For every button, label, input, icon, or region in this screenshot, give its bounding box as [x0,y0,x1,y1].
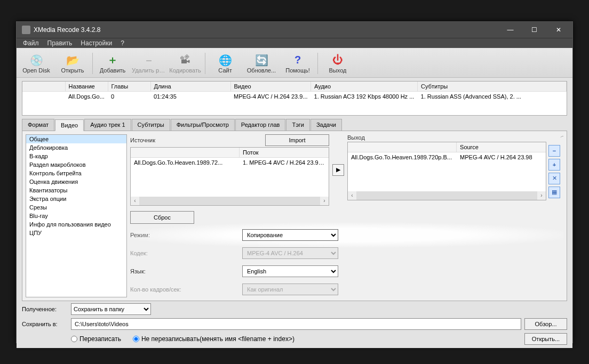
clear-button[interactable]: ✕ [548,173,560,184]
add-button[interactable]: ＋Добавить [95,51,130,76]
tab-format[interactable]: Формат [22,119,54,131]
menu-edit[interactable]: Править [43,38,77,48]
encode-icon: 📽 [179,54,192,67]
received-label: Полученное: [22,306,68,312]
col-subs[interactable]: Субтитры [418,82,567,92]
power-icon: ⏻ [331,54,344,67]
separator [317,53,318,74]
browse-button[interactable]: Обзор... [524,318,567,330]
site-button[interactable]: 🌐Сайт [208,51,243,76]
col-stream[interactable]: Поток [240,148,329,157]
reset-button[interactable]: Сброс [130,211,194,224]
file-table[interactable]: Название Главы Длина Видео Аудио Субтитр… [22,81,567,116]
plus-icon: ＋ [106,54,119,67]
col-name[interactable]: Название [65,82,108,92]
exit-button[interactable]: ⏻Выход [320,51,355,76]
close-button[interactable]: ✕ [546,22,570,38]
output-pane[interactable]: Source All.Dogs.Go.To.Heaven.1989.720p.B… [347,142,546,200]
minimize-button[interactable]: — [498,22,522,38]
menubar: Файл Править Настройки ? [17,38,572,48]
tab-filters[interactable]: Фильтры/Просмотр [171,119,235,131]
list-item[interactable]: Blu-ray [26,212,126,220]
move-right-button[interactable]: ▶ [332,164,344,176]
overwrite-radio[interactable]: Перезаписать [71,335,121,343]
mid-column: ︿ Источник Import Поток [130,134,563,297]
update-button[interactable]: 🔄Обновле... [244,51,279,76]
refresh-icon: 🔄 [255,54,268,67]
list-item[interactable]: В-кадр [26,152,126,160]
menu-help[interactable]: ? [116,38,129,48]
chevron-up-icon[interactable]: ︿ [560,134,563,140]
list-item[interactable]: Раздел макроблоков [26,160,126,169]
no-overwrite-radio[interactable]: Не перезаписывать(менять имя <filename +… [133,335,294,343]
received-select[interactable]: Сохранить в папку [71,303,151,315]
tab-body: Общее Деблокировка В-кадр Раздел макробл… [22,131,567,301]
add-source-button[interactable]: + [548,159,560,171]
h-scrollbar[interactable]: ‹› [131,197,329,205]
fps-select: Как оригинал [242,284,338,295]
window-title: XMedia Recode 3.4.2.8 [34,26,498,34]
remove-button: –Удалить ра... [131,51,166,76]
folder-icon: 📂 [66,54,79,67]
content-area: 💿Open Disk 📂Открыть ＋Добавить –Удалить р… [17,48,572,348]
tab-tags[interactable]: Тэги [286,119,310,131]
maximize-button[interactable]: ☐ [522,22,546,38]
list-item[interactable]: Срезы [26,203,126,212]
col-blank[interactable] [22,82,65,92]
fps-label: Кол-во кадров/сек: [130,286,237,293]
tab-subs[interactable]: Субтитры [132,119,170,131]
col-video[interactable]: Видео [230,82,311,92]
chevron-right-icon[interactable]: › [537,191,546,200]
table-row[interactable]: All.Dogs.Go.To.Heaven.1989.720p.B... MPE… [348,152,546,162]
h-scrollbar[interactable]: ‹› [348,191,546,200]
help-button[interactable]: ?Помощь! [280,51,315,76]
titlebar: XMedia Recode 3.4.2.8 — ☐ ✕ [17,22,572,38]
save-to-label: Сохранить в: [22,321,68,327]
open-disk-button[interactable]: 💿Open Disk [19,51,54,76]
tabs: Формат Видео Аудио трек 1 Субтитры Фильт… [22,119,567,131]
source-pane[interactable]: Поток All.Dogs.Go.To.Heaven.1989.72... 1… [130,147,329,206]
remove-source-button[interactable]: − [548,145,560,157]
list-item[interactable]: Инфо для пользования видео [26,220,126,229]
col-source[interactable]: Source [457,142,546,152]
chevron-right-icon[interactable]: › [320,197,329,205]
list-item[interactable]: Экстра опции [26,195,126,203]
codec-label: Кодек: [130,250,237,256]
separator [92,53,93,74]
list-item[interactable]: ЦПУ [26,229,126,237]
list-item[interactable]: Оценка движения [26,177,126,186]
open-folder-button[interactable]: Открыть... [524,333,567,345]
question-icon: ? [291,54,304,67]
chevron-left-icon[interactable]: ‹ [131,197,139,205]
mode-select[interactable]: Копирование [242,229,338,241]
save-path-input[interactable] [71,318,521,330]
menu-file[interactable]: Файл [19,38,43,48]
lang-select[interactable]: English [242,265,338,277]
col-chapters[interactable]: Главы [108,82,150,92]
col-blank[interactable] [131,148,240,157]
menu-settings[interactable]: Настройки [76,38,116,48]
output-label: Выход [347,134,365,141]
chevron-left-icon[interactable]: ‹ [348,191,356,200]
grid-button[interactable]: ▦ [548,187,560,198]
list-item[interactable]: Общее [26,135,126,143]
col-blank[interactable] [348,142,457,152]
table-row[interactable]: All.Dogs.Go... 0 01:24:35 MPEG-4 AVC / H… [22,91,567,101]
tab-tasks[interactable]: Задачи [311,119,342,131]
col-length[interactable]: Длина [150,82,230,92]
list-item[interactable]: Деблокировка [26,143,126,152]
open-button[interactable]: 📂Открыть [55,51,90,76]
tab-video[interactable]: Видео [55,119,84,131]
codec-select: MPEG-4 AVC / H.264 [242,247,338,259]
import-button[interactable]: Import [265,134,329,146]
tab-chapters[interactable]: Редактор глав [235,119,286,131]
app-icon [22,26,30,34]
col-audio[interactable]: Аудио [311,82,418,92]
video-sidelist[interactable]: Общее Деблокировка В-кадр Раздел макробл… [26,134,127,297]
mode-label: Режим: [130,232,237,238]
tab-audio[interactable]: Аудио трек 1 [84,119,131,131]
list-item[interactable]: Контроль битрейта [26,169,126,177]
table-row[interactable]: All.Dogs.Go.To.Heaven.1989.72... 1. MPEG… [131,158,329,167]
list-item[interactable]: Квантизаторы [26,186,126,195]
bottom-panel: Полученное: Сохранить в папку Сохранить … [22,303,567,345]
